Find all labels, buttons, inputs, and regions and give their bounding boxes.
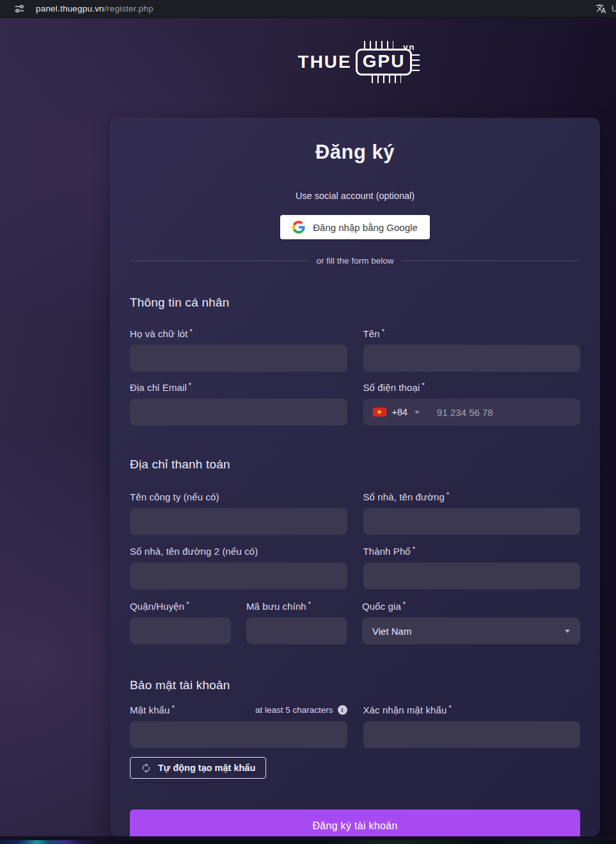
address2-input[interactable] <box>130 562 347 589</box>
partial-toolbar-letter[interactable]: U <box>612 4 616 13</box>
district-input[interactable] <box>130 617 231 644</box>
chip-pins-top-icon <box>364 41 393 49</box>
browser-address-bar: panel.thuegpu.vn/register.php U <box>0 0 616 18</box>
google-signin-button[interactable]: Đăng nhập bằng Google <box>280 215 429 239</box>
phone-label: Số điện thoại* <box>363 382 581 393</box>
password-input[interactable] <box>130 721 347 748</box>
form-divider: or fill the form below <box>130 256 580 266</box>
country-selected-value: Viet Nam <box>372 626 411 637</box>
phone-country-code[interactable]: +84 <box>392 407 408 417</box>
required-marker: * <box>403 600 406 608</box>
required-marker: * <box>413 545 415 553</box>
register-card: Đăng ký Use social account (optional) Đă… <box>110 118 600 836</box>
logo-text-thue: THUE <box>298 52 352 72</box>
chip-pins-bottom-icon <box>372 76 401 83</box>
bottom-edge-strip <box>0 836 616 844</box>
confirm-password-label: Xác nhận mật khẩu* <box>363 705 581 715</box>
last-name-label: Tên* <box>363 328 581 339</box>
required-marker: * <box>422 381 424 389</box>
generate-password-label: Tự động tạo mật khẩu <box>158 763 255 773</box>
postcode-label: Mã bưu chính* <box>246 601 347 612</box>
city-input[interactable] <box>363 562 581 589</box>
company-label: Tên công ty (nếu có) <box>130 491 347 502</box>
required-marker: * <box>172 704 175 712</box>
required-marker: * <box>446 491 449 498</box>
chevron-down-icon <box>565 630 570 633</box>
google-signin-label: Đăng nhập bằng Google <box>313 222 417 233</box>
url-path: /register.php <box>104 4 154 13</box>
first-name-label: Họ và chữ lót* <box>130 328 347 339</box>
url-host: panel.thuegpu.vn <box>36 4 104 13</box>
divider-line <box>401 260 580 261</box>
required-marker: * <box>186 600 189 608</box>
phone-field: ★ +84 <box>363 399 581 426</box>
company-input[interactable] <box>130 508 347 535</box>
logo-text-vn: .vn <box>400 36 416 58</box>
google-g-icon <box>292 221 305 234</box>
address2-label: Số nhà, tên đường 2 (nếu có) <box>130 546 347 557</box>
tune-icon[interactable] <box>14 3 25 14</box>
country-label: Quốc gia* <box>362 601 580 612</box>
required-marker: * <box>190 328 193 335</box>
password-label: Mật khẩu* <box>130 705 175 715</box>
phone-input[interactable] <box>420 399 580 426</box>
bottom-strip-gradient <box>0 840 616 844</box>
country-select[interactable]: Viet Nam <box>362 617 580 644</box>
postcode-input[interactable] <box>246 617 347 644</box>
district-label: Quận/Huyện* <box>130 601 231 612</box>
generate-password-button[interactable]: Tự động tạo mật khẩu <box>130 757 266 779</box>
section-heading-personal: Thông tin cá nhân <box>130 296 580 310</box>
last-name-input[interactable] <box>363 345 581 372</box>
info-icon[interactable]: i <box>338 705 347 715</box>
thuegpu-logo: THUE .vn GPU <box>298 49 413 76</box>
email-label: Địa chỉ Email* <box>130 382 347 393</box>
section-heading-security: Bảo mật tài khoản <box>130 678 580 692</box>
password-hint: at least 5 characters i <box>255 705 347 715</box>
required-marker: * <box>448 704 451 712</box>
url-text[interactable]: panel.thuegpu.vn/register.php <box>36 4 154 13</box>
autorenew-icon <box>141 763 152 774</box>
logo-gpu-chip: .vn GPU <box>356 49 413 76</box>
translate-icon[interactable] <box>596 3 606 14</box>
chevron-down-icon[interactable] <box>415 411 420 414</box>
section-heading-billing: Địa chỉ thanh toán <box>130 458 580 472</box>
divider-line <box>130 260 309 261</box>
address1-label: Số nhà, tên đường* <box>363 491 581 502</box>
logo-text-gpu: GPU <box>363 51 406 71</box>
required-marker: * <box>189 381 191 389</box>
social-account-hint: Use social account (optional) <box>130 191 580 201</box>
divider-text: or fill the form below <box>317 256 394 266</box>
confirm-password-input[interactable] <box>363 721 581 748</box>
page-background: THUE .vn GPU Đăng ký Use social account … <box>0 18 616 844</box>
city-label: Thành Phố* <box>363 546 581 557</box>
first-name-input[interactable] <box>130 345 347 372</box>
vietnam-flag-icon[interactable]: ★ <box>373 408 386 417</box>
required-marker: * <box>308 600 311 608</box>
email-input[interactable] <box>130 399 347 426</box>
page-title: Đăng ký <box>130 118 580 164</box>
required-marker: * <box>382 328 384 335</box>
address1-input[interactable] <box>363 508 581 535</box>
